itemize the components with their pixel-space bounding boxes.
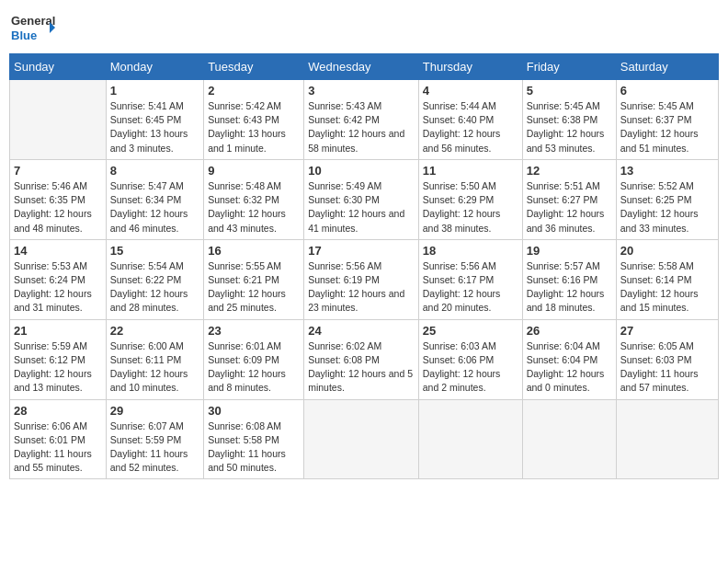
weekday-header-row: SundayMondayTuesdayWednesdayThursdayFrid… (10, 54, 719, 80)
day-info: Sunrise: 5:52 AM Sunset: 6:25 PM Dayligh… (620, 179, 714, 236)
calendar-cell: 28Sunrise: 6:06 AM Sunset: 6:01 PM Dayli… (10, 399, 107, 479)
day-info: Sunrise: 5:57 AM Sunset: 6:16 PM Dayligh… (527, 259, 612, 316)
calendar-cell: 13Sunrise: 5:52 AM Sunset: 6:25 PM Dayli… (616, 159, 718, 239)
logo: General Blue (9, 9, 55, 46)
day-number: 3 (308, 84, 415, 98)
day-info: Sunrise: 5:47 AM Sunset: 6:34 PM Dayligh… (110, 179, 199, 236)
calendar-cell (522, 399, 616, 479)
logo-combined: General Blue (9, 9, 55, 46)
calendar-cell: 5Sunrise: 5:45 AM Sunset: 6:38 PM Daylig… (522, 80, 616, 160)
day-info: Sunrise: 6:03 AM Sunset: 6:06 PM Dayligh… (423, 339, 518, 396)
calendar-cell: 14Sunrise: 5:53 AM Sunset: 6:24 PM Dayli… (10, 239, 107, 319)
calendar-cell: 22Sunrise: 6:00 AM Sunset: 6:11 PM Dayli… (106, 319, 203, 399)
calendar-cell: 2Sunrise: 5:42 AM Sunset: 6:43 PM Daylig… (204, 80, 304, 160)
calendar-cell: 12Sunrise: 5:51 AM Sunset: 6:27 PM Dayli… (522, 159, 616, 239)
day-info: Sunrise: 6:06 AM Sunset: 6:01 PM Dayligh… (14, 419, 102, 476)
day-number: 2 (208, 84, 300, 98)
logo-svg: General Blue (9, 9, 55, 46)
day-info: Sunrise: 6:07 AM Sunset: 5:59 PM Dayligh… (110, 419, 199, 476)
calendar-cell (616, 399, 718, 479)
day-number: 1 (110, 84, 199, 98)
day-number: 19 (527, 244, 612, 258)
calendar-cell (304, 399, 419, 479)
day-info: Sunrise: 6:02 AM Sunset: 6:08 PM Dayligh… (308, 339, 415, 396)
day-info: Sunrise: 5:43 AM Sunset: 6:42 PM Dayligh… (308, 99, 415, 155)
day-number: 10 (308, 164, 415, 178)
day-info: Sunrise: 5:42 AM Sunset: 6:43 PM Dayligh… (208, 99, 300, 155)
day-number: 22 (110, 324, 199, 338)
weekday-monday: Monday (106, 54, 203, 80)
svg-text:Blue: Blue (11, 29, 37, 42)
calendar-cell: 6Sunrise: 5:45 AM Sunset: 6:37 PM Daylig… (616, 80, 718, 160)
day-number: 8 (110, 164, 199, 178)
day-info: Sunrise: 5:45 AM Sunset: 6:37 PM Dayligh… (620, 99, 714, 155)
day-number: 27 (620, 324, 714, 338)
day-info: Sunrise: 5:58 AM Sunset: 6:14 PM Dayligh… (620, 259, 714, 316)
calendar-cell: 26Sunrise: 6:04 AM Sunset: 6:04 PM Dayli… (522, 319, 616, 399)
day-number: 11 (423, 164, 518, 178)
calendar-cell: 19Sunrise: 5:57 AM Sunset: 6:16 PM Dayli… (522, 239, 616, 319)
day-number: 25 (423, 324, 518, 338)
day-info: Sunrise: 5:41 AM Sunset: 6:45 PM Dayligh… (110, 99, 199, 155)
day-info: Sunrise: 5:54 AM Sunset: 6:22 PM Dayligh… (110, 259, 199, 316)
weekday-saturday: Saturday (616, 54, 718, 80)
day-number: 18 (423, 244, 518, 258)
weekday-tuesday: Tuesday (204, 54, 304, 80)
day-info: Sunrise: 5:59 AM Sunset: 6:12 PM Dayligh… (14, 339, 102, 396)
day-info: Sunrise: 6:08 AM Sunset: 5:58 PM Dayligh… (208, 419, 300, 476)
day-info: Sunrise: 5:56 AM Sunset: 6:17 PM Dayligh… (423, 259, 518, 316)
calendar-cell: 1Sunrise: 5:41 AM Sunset: 6:45 PM Daylig… (106, 80, 203, 160)
day-number: 23 (208, 324, 300, 338)
day-number: 20 (620, 244, 714, 258)
day-number: 17 (308, 244, 415, 258)
page-header: General Blue (9, 9, 719, 46)
calendar-cell: 29Sunrise: 6:07 AM Sunset: 5:59 PM Dayli… (106, 399, 203, 479)
day-number: 6 (620, 84, 714, 98)
day-info: Sunrise: 6:00 AM Sunset: 6:11 PM Dayligh… (110, 339, 199, 396)
day-number: 9 (208, 164, 300, 178)
weekday-thursday: Thursday (418, 54, 522, 80)
calendar-cell: 30Sunrise: 6:08 AM Sunset: 5:58 PM Dayli… (204, 399, 304, 479)
day-number: 15 (110, 244, 199, 258)
weekday-friday: Friday (522, 54, 616, 80)
day-info: Sunrise: 5:45 AM Sunset: 6:38 PM Dayligh… (527, 99, 612, 155)
weekday-wednesday: Wednesday (304, 54, 419, 80)
calendar-cell: 20Sunrise: 5:58 AM Sunset: 6:14 PM Dayli… (616, 239, 718, 319)
day-number: 16 (208, 244, 300, 258)
calendar-cell: 21Sunrise: 5:59 AM Sunset: 6:12 PM Dayli… (10, 319, 107, 399)
day-number: 5 (527, 84, 612, 98)
day-number: 7 (14, 164, 102, 178)
calendar-cell: 10Sunrise: 5:49 AM Sunset: 6:30 PM Dayli… (304, 159, 419, 239)
day-number: 21 (14, 324, 102, 338)
weekday-sunday: Sunday (10, 54, 107, 80)
day-number: 24 (308, 324, 415, 338)
calendar-cell: 17Sunrise: 5:56 AM Sunset: 6:19 PM Dayli… (304, 239, 419, 319)
day-number: 4 (423, 84, 518, 98)
day-info: Sunrise: 5:46 AM Sunset: 6:35 PM Dayligh… (14, 179, 102, 236)
day-info: Sunrise: 5:44 AM Sunset: 6:40 PM Dayligh… (423, 99, 518, 155)
day-info: Sunrise: 5:48 AM Sunset: 6:32 PM Dayligh… (208, 179, 300, 236)
calendar-cell (418, 399, 522, 479)
calendar-week-4: 21Sunrise: 5:59 AM Sunset: 6:12 PM Dayli… (10, 319, 719, 399)
calendar-week-2: 7Sunrise: 5:46 AM Sunset: 6:35 PM Daylig… (10, 159, 719, 239)
day-info: Sunrise: 5:53 AM Sunset: 6:24 PM Dayligh… (14, 259, 102, 316)
calendar-cell: 24Sunrise: 6:02 AM Sunset: 6:08 PM Dayli… (304, 319, 419, 399)
calendar-cell: 9Sunrise: 5:48 AM Sunset: 6:32 PM Daylig… (204, 159, 304, 239)
calendar-cell: 18Sunrise: 5:56 AM Sunset: 6:17 PM Dayli… (418, 239, 522, 319)
day-number: 28 (14, 404, 102, 418)
day-info: Sunrise: 5:56 AM Sunset: 6:19 PM Dayligh… (308, 259, 415, 316)
day-number: 13 (620, 164, 714, 178)
calendar-cell (10, 80, 107, 160)
day-number: 30 (208, 404, 300, 418)
day-info: Sunrise: 5:55 AM Sunset: 6:21 PM Dayligh… (208, 259, 300, 316)
calendar-cell: 7Sunrise: 5:46 AM Sunset: 6:35 PM Daylig… (10, 159, 107, 239)
calendar-week-1: 1Sunrise: 5:41 AM Sunset: 6:45 PM Daylig… (10, 80, 719, 160)
calendar-week-5: 28Sunrise: 6:06 AM Sunset: 6:01 PM Dayli… (10, 399, 719, 479)
day-info: Sunrise: 5:51 AM Sunset: 6:27 PM Dayligh… (527, 179, 612, 236)
day-info: Sunrise: 6:04 AM Sunset: 6:04 PM Dayligh… (527, 339, 612, 396)
day-number: 29 (110, 404, 199, 418)
calendar-cell: 3Sunrise: 5:43 AM Sunset: 6:42 PM Daylig… (304, 80, 419, 160)
calendar-cell: 15Sunrise: 5:54 AM Sunset: 6:22 PM Dayli… (106, 239, 203, 319)
calendar-cell: 16Sunrise: 5:55 AM Sunset: 6:21 PM Dayli… (204, 239, 304, 319)
svg-text:General: General (11, 14, 55, 28)
